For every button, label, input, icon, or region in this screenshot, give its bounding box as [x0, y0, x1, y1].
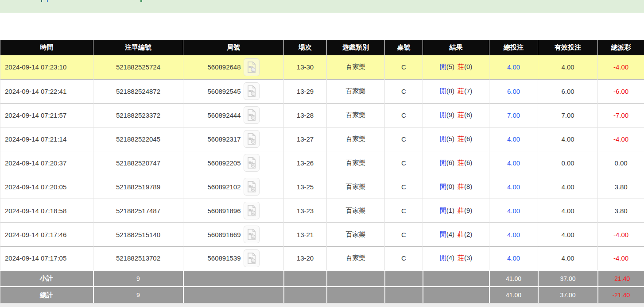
payout: -4.00	[598, 55, 644, 79]
payout: -4.00	[598, 127, 644, 151]
round-cell: 560891896	[183, 199, 284, 223]
game-type: 百家樂	[327, 55, 385, 79]
payout: 3.80	[598, 199, 644, 223]
banker-score: (6)	[464, 135, 472, 142]
bet-time: 2024-09-14 07:20:37	[0, 151, 93, 175]
session: 13-20	[284, 246, 327, 270]
total-bet-link[interactable]: 4.00	[489, 151, 538, 175]
total-bet-link[interactable]: 4.00	[489, 199, 538, 223]
game-type: 百家樂	[327, 246, 385, 270]
result-cell: 閒(6)莊(6)	[423, 151, 489, 175]
table-row: 2024-09-14 07:20:37 521882520747 5608922…	[0, 151, 644, 175]
banker-result-label: 莊	[458, 183, 464, 190]
player-result-label: 閒	[440, 87, 446, 95]
table-code: C	[385, 223, 423, 246]
round-id: 560892648	[207, 63, 241, 71]
valid-bet: 4.00	[538, 199, 598, 223]
total-bet-link[interactable]: 7.00	[489, 103, 538, 127]
session: 13-21	[284, 223, 327, 246]
player-result-label: 閒	[440, 135, 446, 142]
banker-result-label: 莊	[458, 159, 464, 166]
subtotal-count: 9	[93, 270, 183, 287]
table-row: 2024-09-14 07:22:41 521882524872 5608925…	[0, 79, 644, 103]
bet-id: 521882519789	[93, 175, 183, 199]
payout: 0.00	[598, 151, 644, 175]
page-spacer	[0, 13, 644, 40]
session: 13-30	[284, 55, 327, 79]
video-replay-button[interactable]	[244, 154, 260, 172]
bet-time: 2024-09-14 07:17:46	[0, 223, 93, 246]
total-bet-link[interactable]: 4.00	[489, 175, 538, 199]
result-cell: 閒(8)莊(7)	[423, 79, 489, 103]
player-result-label: 閒	[440, 63, 446, 70]
subtotal-valid-bet: 37.00	[538, 270, 598, 287]
bet-history-table: 時間注單編號局號場次遊戲類別桌號結果總投注有效投注總派彩 2024-09-14 …	[0, 40, 644, 303]
round-id: 560891896	[207, 207, 241, 215]
subtotal-label: 小計	[0, 270, 93, 287]
total-bet-link[interactable]: 4.00	[489, 55, 538, 79]
video-replay-button[interactable]	[244, 106, 260, 124]
column-header-bet_id: 注單編號	[93, 40, 183, 55]
footer-empty-cell	[385, 270, 423, 287]
table-row: 2024-09-14 07:21:14 521882522045 5608923…	[0, 127, 644, 151]
footer-empty-cell	[423, 287, 489, 303]
total-bet-link[interactable]: 6.00	[489, 79, 538, 103]
column-header-total_bet: 總投注	[489, 40, 538, 55]
payout: -4.00	[598, 223, 644, 246]
video-replay-button[interactable]	[244, 130, 260, 148]
player-result-label: 閒	[440, 111, 446, 119]
valid-bet: 7.00	[538, 103, 598, 127]
video-replay-button[interactable]	[244, 249, 260, 267]
bet-id: 521882525724	[93, 55, 183, 79]
table-row: 2024-09-14 07:21:57 521882523372 5608924…	[0, 103, 644, 127]
total-bet-link[interactable]: 4.00	[489, 246, 538, 270]
page-bottom-strip	[0, 303, 644, 307]
round-cell: 560892205	[183, 151, 284, 175]
column-header-payout: 總派彩	[598, 40, 644, 55]
valid-bet: 4.00	[538, 175, 598, 199]
total-bet-link[interactable]: 4.00	[489, 127, 538, 151]
player-score: (5)	[446, 63, 454, 70]
banker-score: (8)	[464, 183, 472, 190]
table-code: C	[385, 79, 423, 103]
table-code: C	[385, 175, 423, 199]
payout: -7.00	[598, 103, 644, 127]
column-header-session: 場次	[284, 40, 327, 55]
result-cell: 閒(4)莊(2)	[423, 223, 489, 246]
banker-score: (6)	[464, 111, 472, 119]
banker-score: (6)	[464, 159, 472, 166]
video-replay-button[interactable]	[244, 226, 260, 243]
total-bet-link[interactable]: 4.00	[489, 223, 538, 246]
session: 13-28	[284, 103, 327, 127]
footer-empty-cell	[327, 270, 385, 287]
video-replay-button[interactable]	[244, 202, 260, 219]
valid-bet: 4.00	[538, 127, 598, 151]
round-id: 560892545	[207, 88, 241, 95]
player-result-label: 閒	[440, 254, 446, 261]
video-replay-button[interactable]	[244, 178, 260, 196]
footer-empty-cell	[284, 287, 327, 303]
column-header-round_id: 局號	[183, 40, 284, 55]
total-label: 總計	[0, 287, 93, 303]
banker-result-label: 莊	[458, 207, 464, 214]
subtotal-payout: -21.40	[598, 270, 644, 287]
table-code: C	[385, 55, 423, 79]
round-cell: 560892102	[183, 175, 284, 199]
round-id: 560892317	[207, 135, 241, 143]
game-type: 百家樂	[327, 151, 385, 175]
banker-result-label: 莊	[458, 111, 464, 119]
video-replay-button[interactable]	[244, 82, 260, 100]
cropped-content-fragment	[41, 0, 42, 2]
video-record-icon	[246, 204, 257, 217]
table-code: C	[385, 127, 423, 151]
round-id: 560891539	[207, 254, 241, 262]
payout: 3.80	[598, 175, 644, 199]
video-replay-button[interactable]	[244, 58, 260, 76]
bet-time: 2024-09-14 07:23:10	[0, 55, 93, 79]
player-score: (0)	[446, 183, 454, 190]
video-record-icon	[246, 157, 257, 169]
player-score: (4)	[446, 230, 454, 238]
video-record-icon	[246, 85, 257, 97]
bet-time: 2024-09-14 07:21:14	[0, 127, 93, 151]
footer-empty-cell	[183, 287, 284, 303]
